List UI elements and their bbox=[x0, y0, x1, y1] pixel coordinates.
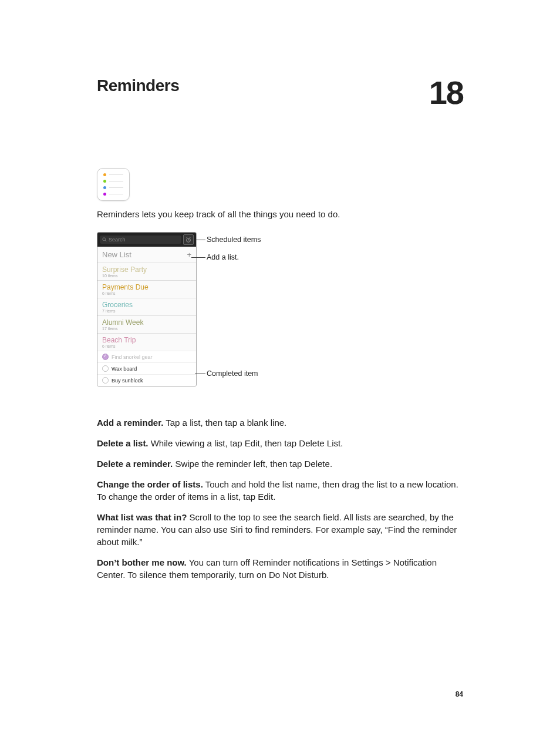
reminders-app-icon bbox=[97, 168, 130, 201]
list-item[interactable]: Surprise Party 10 items bbox=[97, 263, 196, 281]
reminder-label: Wax board bbox=[112, 366, 137, 372]
callout-scheduled: Scheduled items bbox=[207, 236, 261, 244]
list-item[interactable]: Alumni Week 17 items bbox=[97, 316, 196, 334]
dot-icon bbox=[103, 193, 106, 196]
checkbox-checked-icon[interactable] bbox=[102, 354, 109, 360]
list-title: Payments Due bbox=[102, 283, 191, 291]
paragraph: Change the order of lists. Touch and hol… bbox=[97, 478, 463, 503]
clock-icon bbox=[185, 236, 192, 243]
reminder-item[interactable]: Buy sunblock bbox=[97, 374, 196, 386]
reminder-item[interactable]: Find snorkel gear bbox=[97, 351, 196, 362]
new-list-label: New List bbox=[102, 250, 131, 259]
search-placeholder: Search bbox=[109, 237, 126, 243]
paragraph: What list was that in? Scroll to the top… bbox=[97, 511, 463, 548]
list-count: 6 items bbox=[102, 344, 191, 348]
list-count: 10 items bbox=[102, 274, 191, 278]
list-title: Beach Trip bbox=[102, 336, 191, 344]
scheduled-button[interactable] bbox=[183, 234, 194, 245]
list-item[interactable]: Groceries 7 items bbox=[97, 298, 196, 316]
svg-line-5 bbox=[187, 237, 188, 238]
checkbox-icon[interactable] bbox=[102, 365, 109, 372]
list-count: 7 items bbox=[102, 309, 191, 313]
callout-add-list: Add a list. bbox=[207, 253, 239, 261]
list-title: Groceries bbox=[102, 301, 191, 309]
list-count: 6 items bbox=[102, 291, 191, 295]
list-item[interactable]: Payments Due 6 items bbox=[97, 281, 196, 298]
callout-completed: Completed item bbox=[207, 369, 258, 378]
paragraph: Add a reminder. Tap a list, then tap a b… bbox=[97, 416, 463, 429]
reminder-label: Find snorkel gear bbox=[112, 354, 153, 360]
list-title: Surprise Party bbox=[102, 265, 191, 274]
svg-line-6 bbox=[190, 237, 191, 238]
page-number: 84 bbox=[456, 690, 463, 698]
search-input[interactable]: Search bbox=[100, 236, 181, 244]
screenshot-figure: Search New List + Surprise Party 10 item… bbox=[97, 232, 463, 402]
paragraph: Delete a list. While viewing a list, tap… bbox=[97, 437, 463, 449]
paragraph: Delete a reminder. Swipe the reminder le… bbox=[97, 458, 463, 470]
dot-icon bbox=[103, 186, 106, 189]
new-list-row[interactable]: New List + bbox=[97, 247, 196, 263]
chapter-title: Reminders bbox=[97, 76, 179, 95]
chapter-number: 18 bbox=[429, 76, 463, 109]
reminder-item[interactable]: Wax board bbox=[97, 362, 196, 374]
search-icon bbox=[102, 237, 107, 242]
intro-text: Reminders lets you keep track of all the… bbox=[97, 208, 463, 220]
svg-line-1 bbox=[105, 240, 106, 241]
list-item[interactable]: Beach Trip 6 items bbox=[97, 334, 196, 351]
checkbox-icon[interactable] bbox=[102, 377, 109, 384]
list-title: Alumni Week bbox=[102, 318, 191, 327]
phone-screenshot: Search New List + Surprise Party 10 item… bbox=[97, 232, 197, 386]
list-count: 17 items bbox=[102, 327, 191, 331]
dot-icon bbox=[103, 180, 106, 183]
plus-icon[interactable]: + bbox=[187, 250, 191, 259]
svg-point-0 bbox=[103, 238, 106, 241]
dot-icon bbox=[103, 173, 106, 176]
paragraph: Don’t bother me now. You can turn off Re… bbox=[97, 556, 463, 581]
reminder-label: Buy sunblock bbox=[112, 378, 143, 384]
